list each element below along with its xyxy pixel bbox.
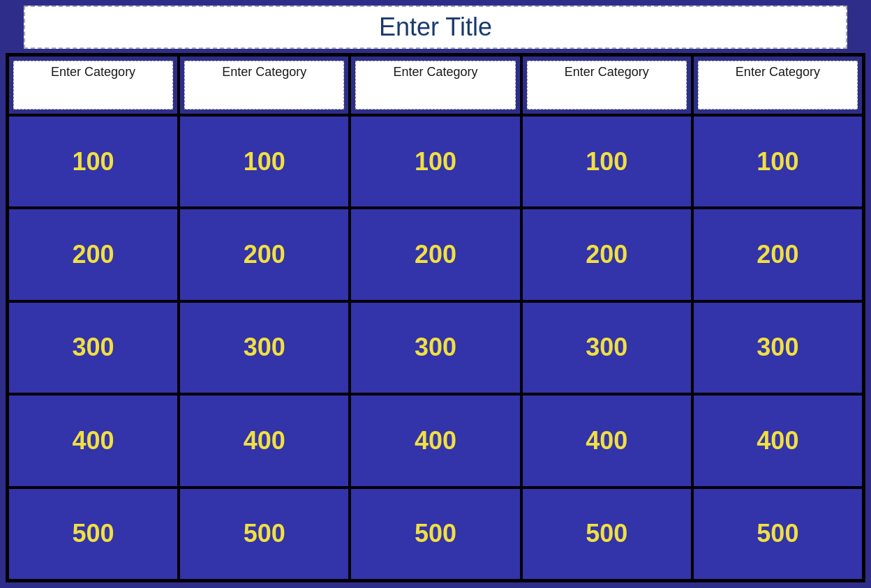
value-cell-row1-col0[interactable]: 200 bbox=[8, 208, 179, 301]
value-cell-row1-col3[interactable]: 200 bbox=[521, 208, 692, 301]
category-cell-1 bbox=[179, 55, 350, 115]
value-cell-row4-col4[interactable]: 500 bbox=[692, 488, 863, 580]
value-cell-row2-col0[interactable]: 300 bbox=[8, 301, 179, 394]
value-text-row3-col0: 400 bbox=[73, 426, 114, 455]
value-text-row4-col0: 500 bbox=[73, 519, 114, 548]
category-input-1[interactable] bbox=[184, 61, 344, 110]
value-text-row1-col1: 200 bbox=[244, 240, 285, 269]
value-cell-row1-col1[interactable]: 200 bbox=[179, 208, 350, 301]
value-cell-row2-col2[interactable]: 300 bbox=[350, 301, 521, 394]
value-text-row1-col3: 200 bbox=[586, 240, 627, 269]
jeopardy-board: 1001001001001002002002002002003003003003… bbox=[6, 53, 865, 582]
value-cell-row1-col4[interactable]: 200 bbox=[692, 208, 863, 301]
value-cell-row3-col0[interactable]: 400 bbox=[8, 394, 179, 487]
value-text-row0-col2: 100 bbox=[415, 147, 456, 176]
value-text-row3-col1: 400 bbox=[244, 426, 285, 455]
category-input-2[interactable] bbox=[355, 61, 515, 110]
title-input[interactable] bbox=[24, 6, 847, 49]
value-cell-row2-col1[interactable]: 300 bbox=[179, 301, 350, 394]
value-text-row2-col0: 300 bbox=[73, 333, 114, 362]
value-text-row4-col1: 500 bbox=[244, 519, 285, 548]
value-text-row3-col4: 400 bbox=[757, 426, 798, 455]
value-text-row4-col4: 500 bbox=[757, 519, 798, 548]
title-row bbox=[6, 6, 865, 49]
value-text-row1-col0: 200 bbox=[73, 240, 114, 269]
category-cell-2 bbox=[350, 55, 521, 115]
value-cell-row2-col4[interactable]: 300 bbox=[692, 301, 863, 394]
value-cell-row0-col0[interactable]: 100 bbox=[8, 115, 179, 208]
value-text-row0-col0: 100 bbox=[73, 147, 114, 176]
category-cell-0 bbox=[8, 55, 179, 115]
value-text-row0-col3: 100 bbox=[586, 147, 627, 176]
value-cell-row0-col4[interactable]: 100 bbox=[692, 115, 863, 208]
value-cell-row4-col1[interactable]: 500 bbox=[179, 488, 350, 580]
value-text-row3-col3: 400 bbox=[586, 426, 627, 455]
category-cell-4 bbox=[692, 55, 863, 115]
value-cell-row0-col1[interactable]: 100 bbox=[179, 115, 350, 208]
category-cell-3 bbox=[521, 55, 692, 115]
value-text-row2-col1: 300 bbox=[244, 333, 285, 362]
value-cell-row4-col3[interactable]: 500 bbox=[521, 488, 692, 580]
value-cell-row0-col2[interactable]: 100 bbox=[350, 115, 521, 208]
value-cell-row3-col3[interactable]: 400 bbox=[521, 394, 692, 487]
value-cell-row4-col0[interactable]: 500 bbox=[8, 488, 179, 580]
category-input-0[interactable] bbox=[13, 61, 173, 110]
value-text-row4-col3: 500 bbox=[586, 519, 627, 548]
value-text-row3-col2: 400 bbox=[415, 426, 456, 455]
value-text-row0-col1: 100 bbox=[244, 147, 285, 176]
value-text-row1-col4: 200 bbox=[757, 240, 798, 269]
value-cell-row2-col3[interactable]: 300 bbox=[521, 301, 692, 394]
value-cell-row0-col3[interactable]: 100 bbox=[521, 115, 692, 208]
value-text-row2-col2: 300 bbox=[415, 333, 456, 362]
value-text-row2-col4: 300 bbox=[757, 333, 798, 362]
page-wrapper: 1001001001001002002002002002003003003003… bbox=[0, 0, 871, 588]
value-text-row0-col4: 100 bbox=[757, 147, 798, 176]
value-cell-row1-col2[interactable]: 200 bbox=[350, 208, 521, 301]
value-cell-row3-col4[interactable]: 400 bbox=[692, 394, 863, 487]
value-cell-row3-col2[interactable]: 400 bbox=[350, 394, 521, 487]
category-input-4[interactable] bbox=[698, 61, 858, 110]
value-cell-row4-col2[interactable]: 500 bbox=[350, 488, 521, 580]
value-cell-row3-col1[interactable]: 400 bbox=[179, 394, 350, 487]
value-text-row4-col2: 500 bbox=[415, 519, 456, 548]
category-input-3[interactable] bbox=[527, 61, 687, 110]
value-text-row1-col2: 200 bbox=[415, 240, 456, 269]
value-text-row2-col3: 300 bbox=[586, 333, 627, 362]
